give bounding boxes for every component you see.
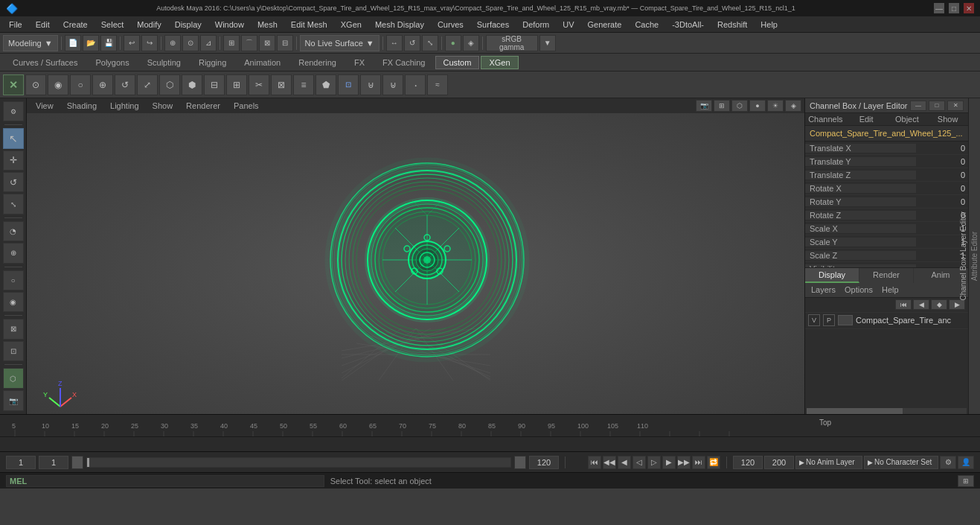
save-scene-button[interactable]: 💾 — [100, 35, 117, 51]
snap-point-button[interactable]: ⊠ — [259, 35, 275, 51]
camera-button[interactable]: 📷 — [3, 390, 24, 411]
shelf-paint-button[interactable]: ◉ — [48, 74, 68, 95]
attr-value-translate-z[interactable]: 0 — [916, 171, 968, 179]
shelf-rotate2-button[interactable]: ↺ — [115, 74, 135, 95]
menu-cache[interactable]: Cache — [629, 19, 664, 31]
tab-rendering[interactable]: Rendering — [290, 56, 345, 69]
menu-edit[interactable]: Edit — [30, 19, 56, 31]
timeline-ruler[interactable]: 5 10 15 20 25 30 35 40 45 50 55 60 65 70… — [0, 415, 980, 437]
select-mode-button[interactable]: ⊕ — [164, 35, 181, 51]
shelf-move-button[interactable]: ⊕ — [92, 74, 113, 95]
menu-mesh-display[interactable]: Mesh Display — [369, 19, 430, 31]
settings-icon-btn[interactable]: ⚙ — [3, 101, 24, 121]
channel-tab-show[interactable]: Show — [927, 113, 968, 125]
dra-tab-render[interactable]: Render — [859, 268, 914, 283]
menu-redshift[interactable]: Redshift — [711, 19, 753, 31]
tab-animation[interactable]: Animation — [236, 56, 289, 69]
loop-btn[interactable]: 🔁 — [707, 456, 720, 469]
play-back-btn[interactable]: ◁ — [632, 456, 646, 469]
shelf-insert-loop-button[interactable]: ⊠ — [271, 74, 292, 95]
shelf-poly-button[interactable]: ⬡ — [159, 74, 180, 95]
menu-window[interactable]: Window — [209, 19, 250, 31]
layer-menu-options[interactable]: Options — [842, 285, 876, 294]
mel-command-field[interactable]: MEL — [6, 475, 324, 487]
vp-render-btn[interactable]: ◈ — [785, 100, 801, 112]
play-fwd-btn[interactable]: ▷ — [647, 456, 661, 469]
shelf-select-button[interactable]: ⊙ — [25, 74, 46, 95]
shelf-bevel-button[interactable]: ⬟ — [316, 74, 336, 95]
minimize-button[interactable]: — — [934, 3, 944, 13]
step-fwd-btn[interactable]: ▶▶ — [677, 456, 691, 469]
move-tool-button[interactable]: ✛ — [3, 150, 24, 171]
layer-color-swatch[interactable] — [838, 315, 853, 325]
channel-scroll-thumb[interactable] — [807, 408, 903, 414]
vmenu-show[interactable]: Show — [147, 101, 179, 111]
rotate-tool-button[interactable]: ↺ — [3, 172, 24, 192]
layer-playback-toggle[interactable]: P — [823, 314, 835, 326]
menu-generate[interactable]: Generate — [582, 19, 628, 31]
tab-sculpting[interactable]: Sculpting — [139, 56, 189, 69]
vmenu-renderer[interactable]: Renderer — [180, 101, 226, 111]
attr-value-rotate-y[interactable]: 0 — [916, 197, 968, 206]
menu-surfaces[interactable]: Surfaces — [471, 19, 515, 31]
next-frame-btn[interactable]: ▶ — [662, 456, 676, 469]
render-button[interactable]: ● — [445, 35, 461, 51]
vp-grid-btn[interactable]: ⊞ — [714, 100, 730, 112]
channel-tab-object[interactable]: Object — [887, 113, 928, 125]
redo-button[interactable]: ↪ — [141, 35, 158, 51]
layer-name[interactable]: Compact_Spare_Tire_anc — [856, 316, 965, 325]
undo-button[interactable]: ↩ — [124, 35, 140, 51]
viewport-canvas[interactable]: persp X Y Z — [27, 113, 804, 414]
tab-rigging[interactable]: Rigging — [190, 56, 234, 69]
maximize-button[interactable]: □ — [949, 3, 959, 13]
offset-button[interactable]: ⊡ — [3, 341, 24, 361]
show-manip-button[interactable]: ⊕ — [3, 243, 24, 263]
channel-box-tab[interactable]: Channel Box / Layer Editor — [958, 207, 969, 305]
shelf-bridge-button[interactable]: ⊟ — [204, 74, 225, 95]
vp-light-btn[interactable]: ☀ — [767, 100, 784, 112]
no-char-set-field[interactable]: ▶ No Character Set — [864, 456, 938, 469]
channel-tab-edit[interactable]: Edit — [846, 113, 887, 125]
anim-end-val[interactable]: 120 — [733, 456, 763, 469]
shelf-merge-button[interactable]: ⊞ — [226, 74, 247, 95]
lasso-select-button[interactable]: ⊙ — [182, 35, 199, 51]
view-cube-button[interactable]: ⬡ — [3, 368, 24, 389]
tab-xgen[interactable]: XGen — [481, 56, 518, 69]
close-button[interactable]: ✕ — [964, 3, 974, 13]
menu-select[interactable]: Select — [95, 19, 130, 31]
menu-deform[interactable]: Deform — [516, 19, 555, 31]
attr-value-translate-y[interactable]: 0 — [916, 157, 968, 166]
menu-edit-mesh[interactable]: Edit Mesh — [285, 19, 333, 31]
total-frames[interactable]: 200 — [764, 456, 794, 469]
shelf-extrude-button[interactable]: ⬢ — [182, 74, 202, 95]
workspace-dropdown[interactable]: Modeling ▼ — [3, 35, 58, 51]
paint-select-button[interactable]: ⊿ — [200, 35, 217, 51]
layer-arrow-center[interactable]: ◆ — [931, 299, 947, 310]
vmenu-shading[interactable]: Shading — [61, 101, 103, 111]
tab-custom[interactable]: Custom — [435, 56, 480, 69]
layer-menu-help[interactable]: Help — [879, 285, 902, 294]
menu-3dto[interactable]: -3DtoAll- — [666, 19, 710, 31]
tab-curves-surfaces[interactable]: Curves / Surfaces — [4, 56, 86, 69]
shelf-mirror-button[interactable]: ⊡ — [338, 74, 359, 95]
rotate-button[interactable]: ↺ — [404, 35, 420, 51]
new-scene-button[interactable]: 📄 — [65, 35, 81, 51]
attr-value-translate-x[interactable]: 0 — [916, 144, 968, 153]
menu-file[interactable]: File — [3, 19, 28, 31]
vp-smooth-btn[interactable]: ● — [749, 100, 766, 112]
range-end-val[interactable]: 120 — [529, 456, 559, 469]
menu-display[interactable]: Display — [169, 19, 208, 31]
channel-scroll-track[interactable] — [807, 408, 967, 414]
shelf-new-button[interactable]: ✕ — [3, 74, 24, 95]
shelf-split-button[interactable]: ✂ — [249, 74, 269, 95]
attr-value-rotate-x[interactable]: 0 — [916, 184, 968, 193]
skip-to-end-btn[interactable]: ⏭ — [692, 456, 705, 469]
skip-to-start-btn[interactable]: ⏮ — [588, 456, 601, 469]
char-btn[interactable]: 👤 — [958, 456, 974, 469]
color-space-dropdown[interactable]: ▼ — [539, 35, 556, 51]
prev-frame-btn[interactable]: ◀ — [618, 456, 631, 469]
snap-grid-button[interactable]: ⊞ — [223, 35, 240, 51]
color-space-btn[interactable]: sRGB gamma — [486, 35, 538, 51]
vp-wireframe-btn[interactable]: ⬡ — [731, 100, 748, 112]
menu-modify[interactable]: Modify — [131, 19, 167, 31]
